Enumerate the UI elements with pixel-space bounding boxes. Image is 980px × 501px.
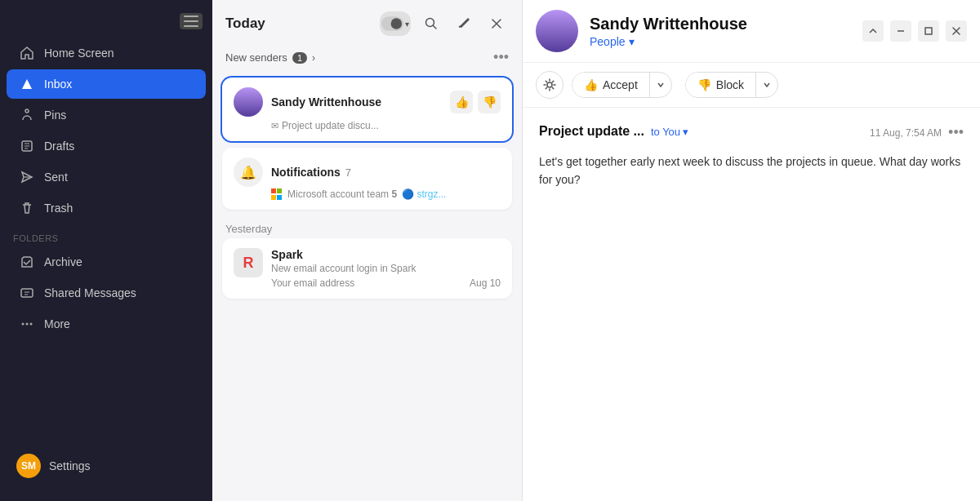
settings-avatar: SM: [16, 454, 41, 478]
spark-email-card[interactable]: R Spark New email account login in Spark…: [222, 238, 512, 299]
detail-panel: Sandy Writtenhouse People ▾: [523, 0, 980, 501]
drafts-icon: [20, 139, 34, 153]
to-you-badge[interactable]: to You ▾: [651, 126, 688, 138]
svg-marker-3: [22, 79, 32, 89]
accept-button[interactable]: 👍 Accept: [572, 73, 650, 97]
svg-rect-1: [184, 20, 198, 22]
email-more-button[interactable]: •••: [948, 124, 964, 141]
thumb-down-block-icon: 👎: [697, 78, 711, 91]
email-card-header: Sandy Writtenhouse 👍 👎: [234, 87, 501, 117]
maximize-button[interactable]: [918, 20, 939, 42]
sidebar-item-drafts[interactable]: Drafts: [7, 131, 206, 161]
sidebar-item-more[interactable]: More: [7, 309, 206, 339]
sidebar-item-pins[interactable]: Pins: [7, 100, 206, 130]
contact-avatar: [536, 10, 578, 52]
sidebar-item-trash[interactable]: Trash: [7, 193, 206, 223]
sidebar-item-home[interactable]: Home Screen: [7, 38, 206, 68]
sidebar-item-sent-label: Sent: [44, 171, 68, 184]
svg-point-6: [22, 323, 24, 326]
accept-button-group: 👍 Accept: [572, 72, 672, 98]
settings-item[interactable]: SM Settings: [7, 447, 206, 485]
sidebar-item-inbox[interactable]: Inbox: [7, 69, 206, 99]
email-list-panel: Today ▾: [212, 0, 523, 501]
notif-info: Notifications 7: [271, 166, 351, 179]
gear-button[interactable]: [536, 71, 564, 99]
sidebar-item-archive-label: Archive: [44, 255, 82, 268]
panel-actions: ▾: [380, 11, 509, 36]
inbox-icon: [20, 77, 34, 91]
close-button[interactable]: [946, 20, 967, 42]
svg-rect-12: [925, 28, 932, 34]
new-senders-badge: 1: [292, 52, 307, 64]
ms-icon: [271, 188, 283, 200]
sidebar-item-more-label: More: [44, 317, 70, 330]
panel-period-title: Today: [225, 16, 265, 32]
new-senders-label[interactable]: New senders 1 ›: [225, 51, 315, 64]
bell-icon: 🔔: [234, 157, 263, 187]
to-you-chevron-icon: ▾: [683, 126, 688, 138]
sidebar-top: [0, 8, 212, 38]
minimize-button[interactable]: [890, 20, 911, 42]
shared-messages-icon: [20, 286, 34, 300]
email-detail-header: Project update ... to You ▾ 11 Aug, 7:54…: [539, 124, 964, 141]
spark-sender: Spark: [271, 248, 501, 261]
thumb-up-accept-icon: 👍: [584, 78, 598, 91]
notifications-group[interactable]: 🔔 Notifications 7 Microsoft account team…: [222, 148, 512, 210]
search-button[interactable]: [419, 11, 443, 36]
svg-point-13: [547, 82, 552, 87]
email-card-actions: 👍 👎: [450, 91, 501, 113]
sidebar-item-shared-messages[interactable]: Shared Messages: [7, 278, 206, 308]
notif-count: 7: [345, 166, 351, 179]
thumb-down-button[interactable]: 👎: [478, 91, 501, 113]
settings-label: Settings: [49, 459, 91, 472]
new-senders-row: New senders 1 › •••: [212, 44, 522, 71]
notif-extra: 🔵 strgz...: [402, 188, 446, 200]
notif-header: 🔔 Notifications 7: [234, 157, 501, 187]
spark-footer: Your email address Aug 10: [271, 277, 501, 289]
email-subject-area: Project update ... to You ▾: [539, 124, 688, 139]
email-subject-preview: ✉ Project update discu...: [271, 120, 501, 131]
sidebar-item-inbox-label: Inbox: [44, 78, 72, 91]
new-senders-chevron: ›: [312, 52, 315, 64]
close-panel-button[interactable]: [484, 11, 509, 36]
toggle-button[interactable]: ▾: [380, 11, 411, 36]
notif-senders: Microsoft account team 5 🔵 strgz...: [271, 188, 501, 200]
sidebar-item-sent[interactable]: Sent: [7, 162, 206, 192]
sidebar-toggle-icon[interactable]: [180, 13, 203, 29]
email-card-sandy[interactable]: Sandy Writtenhouse 👍 👎 ✉ Project update …: [222, 78, 512, 141]
chevron-up-button[interactable]: [862, 20, 884, 42]
block-button-group: 👎 Block: [685, 72, 778, 98]
detail-header: Sandy Writtenhouse People ▾: [523, 0, 980, 63]
contact-info: Sandy Writtenhouse People ▾: [590, 15, 851, 48]
sandy-sender-name: Sandy Writtenhouse: [271, 95, 442, 109]
spark-email: Your email address: [271, 277, 354, 289]
spark-subject: New email account login in Spark: [271, 263, 501, 274]
email-time-area: 11 Aug, 7:54 AM •••: [870, 124, 964, 141]
email-timestamp: 11 Aug, 7:54 AM: [870, 127, 942, 139]
sidebar-item-trash-label: Trash: [44, 202, 73, 215]
block-button[interactable]: 👎 Block: [686, 73, 756, 97]
svg-rect-0: [184, 16, 198, 17]
sidebar-item-archive[interactable]: Archive: [7, 247, 206, 277]
spark-avatar: R: [234, 248, 263, 277]
accept-dropdown-button[interactable]: [650, 75, 671, 95]
envelope-icon: ✉: [271, 121, 278, 131]
spark-card-content: Spark New email account login in Spark Y…: [271, 248, 501, 289]
archive-icon: [20, 255, 34, 269]
notif-title: Notifications: [271, 166, 341, 179]
more-icon: [20, 317, 34, 331]
thumb-up-button[interactable]: 👍: [450, 91, 473, 113]
trash-icon: [20, 201, 34, 215]
yesterday-label: Yesterday: [222, 216, 512, 238]
sidebar-item-pins-label: Pins: [44, 109, 66, 122]
block-dropdown-button[interactable]: [756, 75, 777, 95]
compose-button[interactable]: [452, 11, 476, 36]
svg-point-10: [391, 18, 403, 29]
new-senders-more-button[interactable]: •••: [493, 49, 509, 66]
people-chevron-icon: ▾: [629, 35, 635, 48]
sidebar: Home Screen Inbox Pins Drafts: [0, 0, 212, 501]
notif-senders-text: Microsoft account team 5: [287, 188, 397, 200]
sidebar-item-home-label: Home Screen: [44, 47, 114, 60]
sidebar-item-shared-label: Shared Messages: [44, 286, 136, 299]
contact-people-link[interactable]: People ▾: [590, 35, 851, 48]
